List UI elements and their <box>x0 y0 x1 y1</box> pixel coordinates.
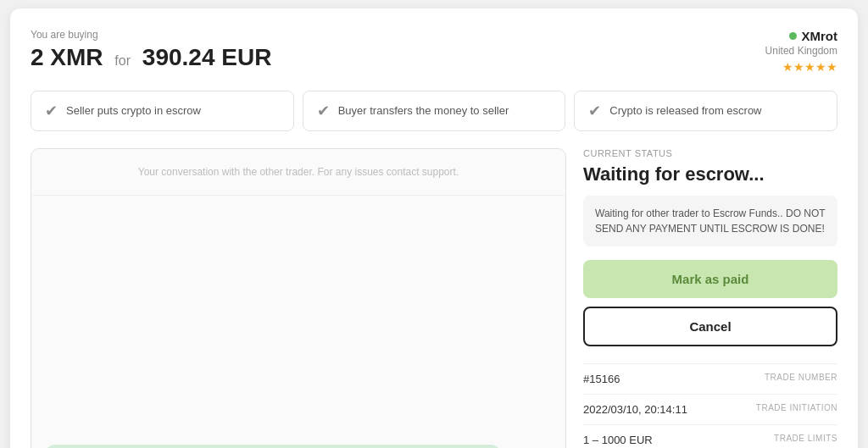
trade-number-row: #15166 TRADE NUMBER <box>583 364 837 395</box>
trade-limits-label: TRADE LIMITS <box>774 434 837 443</box>
step-1-label: Seller puts crypto in escrow <box>66 103 201 119</box>
trade-limits-row: 1 – 1000 EUR TRADE LIMITS <box>583 425 837 448</box>
main-container: You are buying 2 XMR for 390.24 EUR XMro… <box>10 8 858 448</box>
trade-number-value: #15166 <box>583 373 620 385</box>
trader-stars: ★★★★★ <box>765 60 837 74</box>
current-status-label: CURRENT STATUS <box>583 148 837 158</box>
steps-container: ✔ Seller puts crypto in escrow ✔ Buyer t… <box>31 91 837 131</box>
status-info-box: Waiting for other trader to Escrow Funds… <box>583 196 837 246</box>
trade-initiation-label: TRADE INITIATION <box>756 403 837 412</box>
mark-as-paid-button[interactable]: Mark as paid <box>583 260 837 298</box>
main-content: Your conversation with the other trader.… <box>31 148 837 448</box>
trade-amount: 2 XMR for 390.24 EUR <box>31 44 271 71</box>
online-indicator <box>789 32 797 40</box>
step-1: ✔ Seller puts crypto in escrow <box>31 91 294 131</box>
trade-info: #15166 TRADE NUMBER 2022/03/10, 20:14:11… <box>583 363 837 448</box>
you-are-buying-label: You are buying <box>31 29 271 41</box>
cancel-button[interactable]: Cancel <box>583 307 837 346</box>
step-1-icon: ✔ <box>45 102 58 120</box>
trade-initiation-row: 2022/03/10, 20:14:11 TRADE INITIATION <box>583 395 837 425</box>
trade-number-label: TRADE NUMBER <box>765 373 837 382</box>
header: You are buying 2 XMR for 390.24 EUR XMro… <box>31 29 837 74</box>
header-left: You are buying 2 XMR for 390.24 EUR <box>31 29 271 71</box>
step-2-icon: ✔ <box>317 102 330 120</box>
header-right: XMrot United Kingdom ★★★★★ <box>765 29 837 74</box>
right-panel: CURRENT STATUS Waiting for escrow... Wai… <box>583 148 837 448</box>
trader-name: XMrot <box>765 29 837 43</box>
trade-limits-value: 1 – 1000 EUR <box>583 434 653 446</box>
for-text: for <box>114 53 131 68</box>
step-2-label: Buyer transfers the money to seller <box>338 103 509 119</box>
chat-bubble: Trade started. Say Hi and wait for XMrot… <box>45 445 501 448</box>
step-3-label: Crypto is released from escrow <box>609 103 761 119</box>
fiat-price: 390.24 EUR <box>142 44 272 70</box>
chat-message-1: Trade started. Say Hi and wait for XMrot… <box>45 445 552 448</box>
step-3: ✔ Crypto is released from escrow <box>574 91 837 131</box>
chat-area: Your conversation with the other trader.… <box>31 148 566 448</box>
crypto-amount: 2 XMR <box>31 44 103 70</box>
chat-hint: Your conversation with the other trader.… <box>31 149 565 196</box>
chat-messages: Trade started. Say Hi and wait for XMrot… <box>31 196 565 448</box>
trade-initiation-value: 2022/03/10, 20:14:11 <box>583 403 687 416</box>
step-3-icon: ✔ <box>588 102 601 120</box>
status-title: Waiting for escrow... <box>583 163 837 185</box>
step-2: ✔ Buyer transfers the money to seller <box>303 91 566 131</box>
trader-country: United Kingdom <box>765 45 837 57</box>
